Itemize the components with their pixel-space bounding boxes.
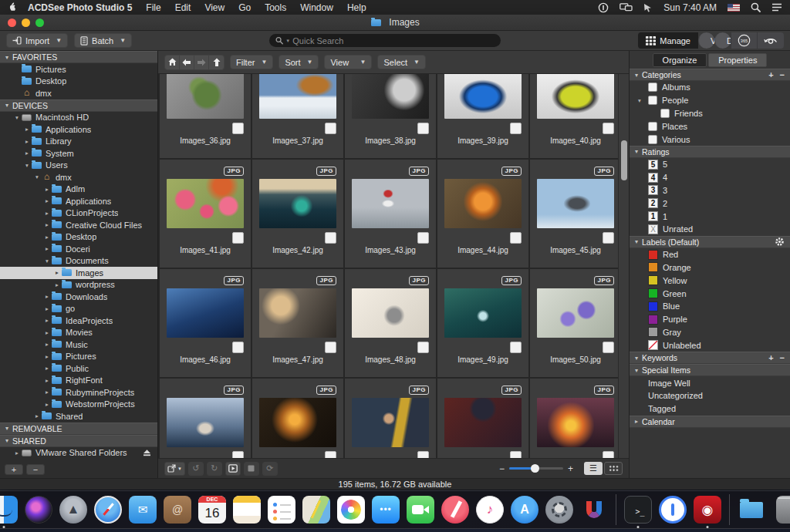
sidebar-item-documents[interactable]: ▾Documents	[0, 255, 157, 268]
mode-365[interactable]: 365	[731, 32, 757, 49]
image-thumbnail[interactable]	[537, 179, 614, 228]
chevron-right-icon[interactable]: ▸	[23, 138, 31, 145]
select-checkbox[interactable]	[417, 342, 429, 353]
color-chip[interactable]	[648, 262, 658, 272]
chevron-right-icon[interactable]: ▸	[43, 365, 51, 372]
remove-button[interactable]: −	[780, 353, 785, 362]
rating-badge[interactable]: 2	[648, 198, 658, 208]
chevron-right-icon[interactable]: ▸	[43, 329, 51, 336]
select-checkbox[interactable]	[232, 451, 244, 458]
panel-item-2[interactable]: 22	[630, 197, 790, 210]
slideshow-button[interactable]	[225, 462, 241, 476]
dock-icon-siri[interactable]	[24, 495, 53, 524]
dock-icon-acdsee[interactable]: ◉	[693, 495, 722, 524]
select-checkbox[interactable]	[510, 342, 522, 353]
checkbox[interactable]	[660, 109, 670, 118]
sidebar-item-music[interactable]: ▸Music	[0, 338, 157, 351]
chevron-right-icon[interactable]: ▸	[43, 234, 51, 241]
eject-icon[interactable]	[143, 449, 151, 456]
panel-item-3[interactable]: 33	[630, 184, 790, 197]
menu-edit[interactable]: Edit	[175, 2, 191, 13]
chevron-right-icon[interactable]: ▸	[43, 353, 51, 360]
select-checkbox[interactable]	[603, 451, 614, 458]
dock-icon-news[interactable]	[441, 495, 470, 524]
dock-icon-downloads[interactable]	[737, 495, 766, 524]
back-button[interactable]	[180, 56, 194, 69]
sidebar-item-movies[interactable]: ▸Movies	[0, 327, 157, 339]
image-thumbnail[interactable]	[259, 288, 336, 338]
tab-organize[interactable]: Organize	[653, 53, 707, 67]
checkbox[interactable]	[648, 122, 657, 131]
rotate-right-button[interactable]: ↻	[207, 462, 222, 476]
displays-menu-icon[interactable]	[620, 3, 633, 12]
thumbs-view-button[interactable]	[604, 462, 623, 475]
panel-section-keywords[interactable]: ▾Keywords+−	[630, 352, 790, 364]
rating-badge[interactable]: 3	[648, 185, 658, 195]
sidebar-item-ideaprojects[interactable]: ▸IdeaProjects	[0, 315, 157, 327]
select-dropdown[interactable]: Select▼	[377, 55, 426, 69]
image-thumbnail[interactable]	[352, 179, 429, 228]
chevron-down-icon[interactable]: ▾	[13, 114, 21, 121]
sidebar-item-doceri[interactable]: ▸Doceri	[0, 243, 157, 255]
scrollbar-thumb[interactable]	[621, 140, 627, 180]
sidebar-section-shared[interactable]: ▾SHARED	[0, 435, 157, 447]
sort-dropdown[interactable]: Sort▼	[279, 55, 319, 69]
select-checkbox[interactable]	[603, 232, 614, 244]
menu-tools[interactable]: Tools	[265, 2, 286, 13]
select-checkbox[interactable]	[232, 232, 244, 244]
rating-badge[interactable]: X	[648, 224, 658, 234]
dock-icon-calendar[interactable]: DEC16	[198, 495, 227, 524]
panel-item-tagged[interactable]: Tagged	[630, 402, 790, 416]
color-chip[interactable]	[648, 275, 658, 285]
image-tile[interactable]: JPGImages_47.jpg	[252, 269, 343, 377]
sidebar-item-public[interactable]: ▸Public	[0, 362, 157, 375]
menu-help[interactable]: Help	[347, 2, 366, 13]
mode-view[interactable]: View	[698, 32, 714, 49]
zoom-in-button[interactable]: +	[568, 463, 573, 474]
chevron-right-icon[interactable]: ▸	[43, 305, 51, 312]
select-checkbox[interactable]	[325, 342, 336, 353]
select-checkbox[interactable]	[510, 451, 522, 458]
image-thumbnail[interactable]	[352, 74, 429, 119]
panel-item-people[interactable]: ▾People	[630, 94, 790, 107]
panel-section-labels-default-[interactable]: ▾Labels (Default)	[630, 236, 790, 248]
chevron-right-icon[interactable]: ▸	[23, 150, 31, 157]
image-thumbnail[interactable]	[537, 288, 614, 338]
image-thumbnail[interactable]	[537, 398, 614, 447]
sidebar-item-webstormprojects[interactable]: ▸WebstormProjects	[0, 399, 157, 411]
chevron-right-icon[interactable]: ▸	[53, 269, 61, 276]
sidebar-item-vmware-shared-folders[interactable]: ▸VMware Shared Folders	[0, 447, 157, 460]
image-thumbnail[interactable]	[444, 179, 522, 228]
dock-icon-mail[interactable]: ✉	[128, 495, 157, 524]
remove-favorite-button[interactable]: −	[26, 464, 45, 475]
dock-icon-trash[interactable]	[771, 495, 790, 524]
image-tile[interactable]: JPGImages_42.jpg	[252, 160, 343, 268]
stop-button[interactable]	[244, 462, 259, 476]
rating-badge[interactable]: 1	[648, 211, 658, 221]
select-checkbox[interactable]	[325, 123, 336, 134]
view-dropdown[interactable]: View▼	[324, 55, 372, 69]
sidebar-section-removable[interactable]: ▾REMOVABLE	[0, 423, 157, 435]
select-checkbox[interactable]	[417, 232, 429, 244]
dock-icon-finder[interactable]	[0, 495, 19, 524]
chevron-right-icon[interactable]: ▸	[33, 412, 41, 419]
add-favorite-button[interactable]: +	[5, 464, 23, 475]
panel-item-various[interactable]: Various	[630, 133, 790, 146]
dock-icon-itunes[interactable]: ♪	[475, 495, 505, 524]
image-tile[interactable]: JPGImages_41.jpg	[160, 160, 251, 268]
image-thumbnail[interactable]	[444, 398, 522, 447]
dock-icon-notes[interactable]	[232, 495, 262, 524]
image-thumbnail[interactable]	[259, 74, 336, 119]
title-bar[interactable]: Images	[0, 15, 790, 31]
color-chip[interactable]	[648, 288, 658, 298]
share-button[interactable]: ▼	[164, 462, 185, 476]
sidebar-item-go[interactable]: ▸go	[0, 303, 157, 315]
sidebar-section-devices[interactable]: ▾DEVICES	[0, 99, 157, 112]
select-checkbox[interactable]	[417, 451, 429, 458]
dock-icon-facetime[interactable]	[406, 495, 435, 524]
sidebar-item-pictures[interactable]: ▸Pictures	[0, 351, 157, 363]
sidebar-item-rightfont[interactable]: ▸RightFont	[0, 375, 157, 387]
sidebar-item-pictures[interactable]: Pictures	[0, 63, 157, 76]
sidebar-item-wordpress[interactable]: ▸wordpress	[0, 279, 157, 291]
up-button[interactable]	[209, 56, 224, 69]
